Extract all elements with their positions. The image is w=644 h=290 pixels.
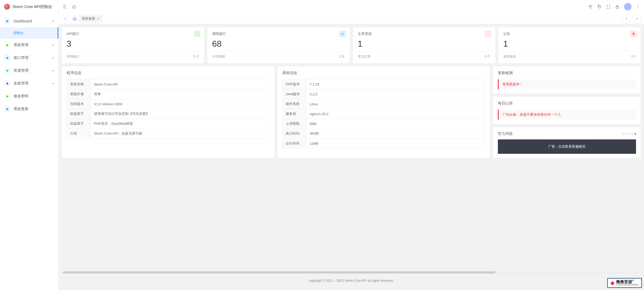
dot-icon[interactable] bbox=[623, 133, 624, 135]
sidebar-item-6[interactable]: 系统更新 bbox=[0, 103, 58, 115]
sidebar-item-label: 资源管理 bbox=[14, 68, 48, 73]
svg-point-5 bbox=[6, 95, 8, 97]
stat-card-2: ↑文章资源1置顶文章0 个 bbox=[353, 27, 495, 63]
dot-icon[interactable] bbox=[631, 133, 633, 135]
fullscreen-icon[interactable] bbox=[606, 5, 610, 9]
table-row: 服务器nginx/1.20.2 bbox=[282, 109, 485, 119]
tag-icon[interactable] bbox=[597, 5, 602, 9]
menu-icon bbox=[4, 106, 10, 112]
table-row: 介绍Storm Core API：连接无限可能 bbox=[67, 129, 269, 139]
table-row: 当前版本V1.0 Version 1000 bbox=[67, 99, 269, 109]
ad-banner[interactable]: 广告 : 点击联系客服购买 bbox=[498, 139, 636, 154]
tab-bar: 系统更新 ✕ bbox=[59, 13, 644, 24]
refresh-icon[interactable] bbox=[72, 5, 76, 9]
dot-icon[interactable] bbox=[626, 133, 627, 135]
stat-card-3: 条公告1友情链接1个 bbox=[498, 27, 641, 63]
tab-system-update[interactable]: 系统更新 ✕ bbox=[79, 15, 102, 23]
menu-icon bbox=[4, 80, 10, 87]
footer-copyright: copyright © 2021 ~ 2023 Storm Core API a… bbox=[62, 275, 641, 287]
watermark-subtitle: 白嫖互联网资源的网站 bbox=[616, 284, 639, 286]
table-key: 上传限制 bbox=[282, 119, 306, 129]
table-key: 执行时间 bbox=[282, 129, 306, 139]
table-value: Storm Core API：连接无限可能 bbox=[91, 129, 269, 139]
sidebar: Storm Core API控制台 Dashboard控制台系统管理接口管理资源… bbox=[0, 0, 59, 290]
stat-sub-value: 0 个 bbox=[485, 54, 490, 59]
sidebar-item-label: Dashboard bbox=[14, 19, 48, 23]
sidebar-item-label: 接口管理 bbox=[14, 55, 48, 60]
table-key: 服务器 bbox=[282, 109, 306, 119]
svg-point-4 bbox=[6, 83, 8, 84]
stat-sub-label: 停用接口 bbox=[67, 54, 79, 59]
card-title: 官方内容 bbox=[498, 131, 513, 136]
stat-title: 文章资源 bbox=[358, 31, 491, 36]
menu-icon bbox=[4, 67, 10, 74]
svg-point-10 bbox=[598, 6, 599, 6]
stat-card-0: ↑API接口3停用接口0 个 bbox=[62, 27, 204, 63]
sidebar-item-3[interactable]: 资源管理 bbox=[0, 64, 58, 77]
sidebar-subitem[interactable]: 控制台 bbox=[0, 27, 58, 39]
stat-sub-label: 置顶文章 bbox=[358, 54, 371, 59]
tab-dropdown-button[interactable] bbox=[633, 15, 641, 22]
table-row: 前端基于使用者可自行开发定制【均无加密】 bbox=[67, 109, 269, 119]
stat-value: 68 bbox=[212, 39, 345, 49]
header bbox=[59, 0, 644, 13]
carousel-dots[interactable] bbox=[623, 133, 636, 135]
svg-point-0 bbox=[6, 20, 8, 22]
app-logo-icon bbox=[4, 4, 10, 10]
more-icon[interactable] bbox=[636, 5, 640, 9]
table-row: zend版本3.2.0 bbox=[282, 89, 485, 99]
table-key: PHP版本 bbox=[282, 79, 306, 89]
table-key: zend版本 bbox=[282, 89, 306, 99]
dot-icon[interactable] bbox=[629, 133, 630, 135]
table-value: Linux bbox=[306, 99, 485, 109]
card-title: 程序信息 bbox=[67, 71, 269, 75]
svg-point-12 bbox=[638, 5, 638, 6]
menu-icon bbox=[4, 42, 10, 48]
card-title: 每日心语 bbox=[498, 101, 636, 106]
table-row: 系统作者简单 bbox=[67, 89, 269, 99]
lock-icon[interactable] bbox=[615, 5, 619, 9]
user-avatar[interactable] bbox=[624, 3, 631, 10]
table-key: 系统名称 bbox=[67, 79, 91, 89]
system-info-card: 系统信息 PHP版本7.2.33zend版本3.2.0操作系统Linux服务器n… bbox=[277, 66, 490, 158]
tab-prev-button[interactable] bbox=[62, 15, 69, 22]
collapse-menu-icon[interactable] bbox=[63, 5, 67, 9]
table-value: nginx/1.20.2 bbox=[306, 109, 485, 119]
update-check-card: 更新检测 发现新版本！ bbox=[493, 66, 641, 94]
sidebar-item-5[interactable]: 修改密码 bbox=[0, 90, 58, 103]
menu-icon bbox=[4, 55, 10, 61]
tab-home-button[interactable] bbox=[70, 15, 79, 22]
card-title: 更新检测 bbox=[498, 71, 636, 75]
tab-next-button[interactable] bbox=[623, 15, 630, 22]
stat-badge: ↑ bbox=[194, 31, 200, 37]
umbrella-icon[interactable] bbox=[588, 5, 593, 9]
daily-quote-card: 每日心语 广结众缘，就是不要去伤害任何一个人 bbox=[493, 97, 641, 124]
svg-point-14 bbox=[638, 7, 638, 8]
table-row: 运行内存128M bbox=[282, 139, 485, 148]
table-key: 运行内存 bbox=[282, 139, 306, 148]
table-key: 后端基于 bbox=[67, 119, 91, 129]
stat-sub-value: 1个 bbox=[631, 54, 636, 59]
horizontal-scrollbar[interactable] bbox=[63, 271, 640, 273]
table-row: PHP版本7.2.33 bbox=[282, 79, 485, 89]
stat-badge: ↑ bbox=[485, 31, 491, 37]
watermark: ◆ 撸撸资源® 白嫖互联网资源的网站 bbox=[607, 278, 642, 288]
tab-close-icon[interactable]: ✕ bbox=[97, 17, 100, 21]
nav: Dashboard控制台系统管理接口管理资源管理友链管理修改密码系统更新 bbox=[0, 13, 58, 290]
table-key: 系统作者 bbox=[67, 89, 91, 99]
stat-sub-value: 0 个 bbox=[194, 54, 199, 59]
table-row: 上传限制50M bbox=[282, 119, 485, 129]
watermark-title: 撸撸资源® bbox=[616, 280, 639, 284]
svg-rect-11 bbox=[616, 6, 618, 8]
chevron-down-icon bbox=[52, 43, 54, 47]
sidebar-item-2[interactable]: 接口管理 bbox=[0, 51, 58, 64]
stat-card-1: 次调用接口68今日调用0 次 bbox=[207, 27, 350, 63]
sidebar-item-4[interactable]: 友链管理 bbox=[0, 77, 58, 90]
dot-icon[interactable] bbox=[634, 133, 636, 135]
logo-area[interactable]: Storm Core API控制台 bbox=[0, 0, 58, 13]
sidebar-item-0[interactable]: Dashboard bbox=[0, 15, 58, 27]
sidebar-item-1[interactable]: 系统管理 bbox=[0, 39, 58, 51]
table-row: 操作系统Linux bbox=[282, 99, 485, 109]
table-key: 前端基于 bbox=[67, 109, 91, 119]
table-key: 介绍 bbox=[67, 129, 91, 139]
